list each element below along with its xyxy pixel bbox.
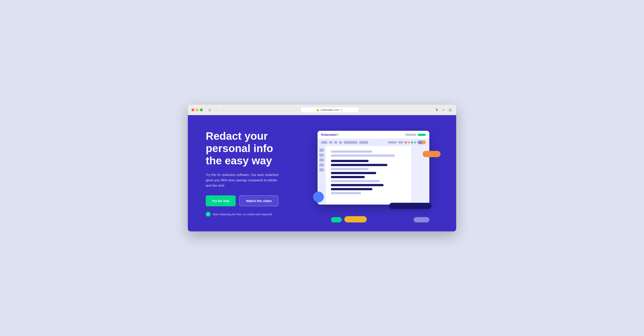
document-content <box>326 146 412 204</box>
toolbar-label-2 <box>359 141 368 144</box>
float-purple-pill <box>414 217 429 222</box>
hero-content: Redact your personal info the easy way T… <box>206 130 291 217</box>
hero-title: Redact your personal info the easy way <box>206 130 291 167</box>
forward-button[interactable]: › <box>220 108 225 112</box>
watch-video-button[interactable]: Watch the video <box>239 196 278 206</box>
redacted-line-6 <box>331 188 372 190</box>
minimize-traffic-light[interactable] <box>196 108 198 111</box>
browser-actions: ⬆ + ⊡ <box>434 108 452 112</box>
float-orange-pill <box>422 151 440 157</box>
toolbar-icon-4 <box>339 141 342 144</box>
add-tab-button[interactable]: + <box>441 108 446 112</box>
redacted-line-5 <box>331 184 384 186</box>
refresh-icon: ↻ <box>340 108 343 112</box>
doc-line-4 <box>331 180 380 182</box>
traffic-lights <box>192 108 203 111</box>
toolbar-right-pill-2 <box>398 141 404 144</box>
sidebar-item-4 <box>319 164 324 166</box>
redacted-line-1 <box>331 160 368 162</box>
doc-line-1 <box>331 150 372 153</box>
url-display[interactable]: 🔒 redactable.com ↻ <box>300 107 359 113</box>
back-button[interactable]: ‹ <box>214 108 218 112</box>
sidebar-item-2 <box>319 154 324 157</box>
float-blue-circle <box>313 192 324 202</box>
share-button[interactable]: ⬆ <box>434 108 439 112</box>
float-yellow-pill <box>344 216 367 222</box>
free-note-container: Start redacting for free, no credit card… <box>206 212 291 216</box>
redacted-line-4 <box>331 176 365 178</box>
browser-chrome: ⊞ ‹ › 🔒 redactable.com ↻ ⬆ + ⊡ <box>188 104 456 115</box>
float-green-pill <box>331 217 342 222</box>
app-titlebar: Redactable® <box>318 131 429 139</box>
doc-line-2 <box>331 154 395 157</box>
title-ctrl-1 <box>405 134 416 136</box>
toolbar-icon-1 <box>321 141 327 144</box>
color-dot-orange <box>408 141 410 144</box>
title-ctrl-2 <box>418 134 426 136</box>
extensions-button[interactable]: ⊡ <box>448 108 452 112</box>
doc-line-3 <box>331 168 368 170</box>
maximize-traffic-light[interactable] <box>200 108 203 111</box>
try-for-free-button[interactable]: Try for free <box>206 196 236 206</box>
checkmark-icon <box>207 213 210 216</box>
toolbar-label-1 <box>344 141 357 144</box>
app-title-controls <box>405 134 426 136</box>
hero-buttons: Try for free Watch the video <box>206 196 291 206</box>
browser-window: ⊞ ‹ › 🔒 redactable.com ↻ ⬆ + ⊡ Redact yo… <box>188 104 456 232</box>
color-dot-blue <box>411 141 413 144</box>
lock-icon: 🔒 <box>316 108 319 111</box>
sidebar-item-3 <box>319 158 324 162</box>
close-traffic-light[interactable] <box>192 108 194 111</box>
toolbar-right-pill-1 <box>388 141 397 144</box>
toolbar-right <box>388 140 426 144</box>
color-dot-green <box>414 141 416 144</box>
toolbar-icon-2 <box>329 141 332 144</box>
check-badge <box>206 212 211 216</box>
two-tone-toggle <box>418 140 426 144</box>
app-logo: Redactable® <box>321 133 339 136</box>
hero-visual: Redactable® <box>304 131 438 216</box>
window-grid-button[interactable]: ⊞ <box>207 108 212 112</box>
address-bar: 🔒 redactable.com ↻ <box>228 107 432 113</box>
app-logo-dot: ® <box>336 133 339 136</box>
browser-controls: ⊞ ‹ › <box>207 108 225 112</box>
app-window-mockup: Redactable® <box>318 131 429 204</box>
float-dark-pill <box>389 203 432 209</box>
sidebar-item-5 <box>319 168 324 172</box>
color-dot-red <box>405 141 407 144</box>
sidebar-item-1 <box>319 149 324 152</box>
url-text: redactable.com <box>321 108 339 112</box>
hero-section: Redact your personal info the easy way T… <box>188 115 456 232</box>
app-body <box>318 146 429 204</box>
color-dots <box>405 141 416 144</box>
redacted-line-2 <box>331 164 387 166</box>
hero-subtitle: Try the #1 redaction software. Our auto … <box>206 172 282 188</box>
doc-line-5 <box>331 192 361 194</box>
app-toolbar <box>318 139 429 146</box>
redacted-line-3 <box>331 172 376 174</box>
toolbar-icon-3 <box>334 141 337 144</box>
free-note-text: Start redacting for free, no credit card… <box>212 212 272 216</box>
